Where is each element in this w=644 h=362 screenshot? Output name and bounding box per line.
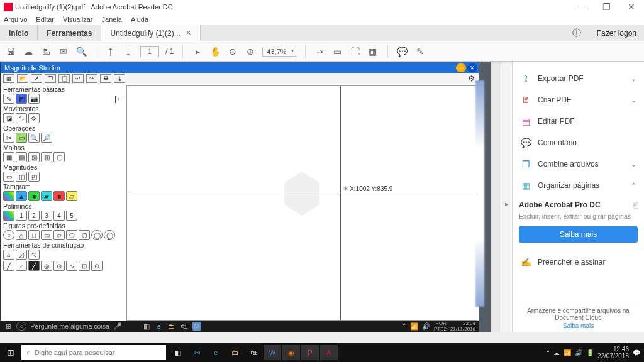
poly-5-icon[interactable]: 5 <box>66 211 77 221</box>
shape-ellipse-icon[interactable]: ◯ <box>91 230 103 240</box>
save-icon[interactable]: 🖫 <box>5 46 16 57</box>
page-down-icon[interactable]: ⭣ <box>123 46 134 57</box>
read-mode-icon[interactable]: ▦ <box>367 46 379 57</box>
print-icon[interactable]: 🖶 <box>100 74 111 83</box>
tool-color-icon[interactable]: ◩ <box>16 94 27 104</box>
tab-home[interactable]: Início <box>0 25 38 41</box>
minimize-button[interactable]: — <box>569 2 594 12</box>
tool-fill-sign[interactable]: ✍ Preencher e assinar <box>519 251 638 273</box>
fit-page-icon[interactable]: ▭ <box>332 46 343 57</box>
zoom-out-icon[interactable]: ⊖ <box>227 46 238 57</box>
cons6-icon[interactable]: ╱ <box>28 261 40 271</box>
zoom-in-icon[interactable]: ⊕ <box>245 46 256 57</box>
tam-yellow-icon[interactable]: ▱ <box>66 191 77 201</box>
cons3-icon[interactable]: ◹ <box>28 250 40 260</box>
undo-icon[interactable]: ↶ <box>72 74 84 83</box>
maximize-button[interactable]: ❐ <box>594 2 619 12</box>
tray-up-icon[interactable]: ˄ <box>547 349 550 356</box>
task-explorer-icon[interactable]: 🗀 <box>226 345 243 360</box>
vertical-scrollbar[interactable] <box>491 62 501 332</box>
poly-multi-icon[interactable] <box>3 211 14 221</box>
poly-3-icon[interactable]: 3 <box>41 211 52 221</box>
redo-icon[interactable]: ↷ <box>86 74 97 83</box>
mag3-icon[interactable]: ◰ <box>28 172 40 182</box>
mesh1-icon[interactable]: ▦ <box>3 152 14 162</box>
tool-organize[interactable]: ▦ Organizar páginas ⌃ <box>519 175 638 196</box>
mag2-icon[interactable]: ◫ <box>16 172 27 182</box>
shape-pentagon-icon[interactable]: ⬠ <box>66 230 77 240</box>
tray-volume-icon[interactable]: 🔊 <box>575 349 582 356</box>
tool-edit-pdf[interactable]: ▤ Editar PDF <box>519 111 638 132</box>
task-acrobat-icon[interactable]: A <box>320 345 338 360</box>
home-icon[interactable]: |← <box>111 94 124 103</box>
pointer-icon[interactable]: ▸ <box>192 46 203 57</box>
magnitude-close-icon[interactable]: ✕ <box>467 63 477 72</box>
mail-icon[interactable]: ✉ <box>58 46 69 57</box>
tool-move-icon[interactable]: ◪ <box>3 113 14 123</box>
tool-rotate-icon[interactable]: ⟳ <box>28 113 40 123</box>
magnitude-minimize-icon[interactable]: − <box>456 63 466 72</box>
shape-parallelogram-icon[interactable]: ▱ <box>53 230 65 240</box>
settings-icon[interactable]: ⚙ <box>466 74 476 83</box>
tam-multi-icon[interactable] <box>3 191 14 201</box>
cons5-icon[interactable]: ⟋ <box>16 261 27 271</box>
cloud-learn-link[interactable]: Saiba mais <box>519 322 638 329</box>
mag1-icon[interactable]: ▭ <box>3 172 14 182</box>
taskbar-search[interactable]: ○ Digite aqui para pesquisar <box>21 345 166 360</box>
cons4-icon[interactable]: ╱ <box>3 261 14 271</box>
tool-export-pdf[interactable]: ⇪ Exportar PDF ⌄ <box>519 68 638 89</box>
close-button[interactable]: ✕ <box>619 2 644 12</box>
sign-in-button[interactable]: Fazer logon <box>589 25 644 41</box>
notifications-icon[interactable]: 💬 <box>633 349 640 356</box>
grid-icon[interactable]: ▦ <box>3 74 14 83</box>
download-icon[interactable]: ⭳ <box>114 74 125 83</box>
mesh5-icon[interactable]: ▢ <box>53 152 65 162</box>
shape-rect-icon[interactable]: ▭ <box>41 230 52 240</box>
shape-circle-icon[interactable]: ○ <box>3 230 14 240</box>
cons11-icon[interactable]: ⊙ <box>91 261 103 271</box>
paste-icon[interactable]: 📋 <box>58 74 70 83</box>
print-icon[interactable]: 🖶 <box>40 46 52 57</box>
open-icon[interactable]: 📂 <box>17 74 28 83</box>
tab-tools[interactable]: Ferramentas <box>38 25 101 41</box>
menu-ajuda[interactable]: Ajuda <box>131 16 148 23</box>
tool-camera-icon[interactable]: 📷 <box>28 94 40 104</box>
tam-red-icon[interactable]: ■ <box>53 191 65 201</box>
shape-hexagon-icon[interactable]: ⬡ <box>79 230 90 240</box>
copy-icon[interactable]: ❐ <box>45 74 56 83</box>
menu-arquivo[interactable]: Arquivo <box>4 16 27 23</box>
system-tray[interactable]: ˄ ☁ 📶 🔊 🔋 12:46 22/07/2018 💬 <box>547 346 644 359</box>
task-store-icon[interactable]: 🛍 <box>245 345 262 360</box>
taskview-button[interactable]: ◧ <box>169 345 187 360</box>
menu-editar[interactable]: Editar <box>36 16 54 23</box>
task-firefox-icon[interactable]: ◉ <box>282 345 300 360</box>
poly-1-icon[interactable]: 1 <box>16 211 27 221</box>
help-button[interactable]: ⓘ <box>564 25 589 41</box>
poly-2-icon[interactable]: 2 <box>28 211 40 221</box>
cloud-icon[interactable]: ☁ <box>23 46 34 57</box>
cons1-icon[interactable]: ⌂ <box>3 250 14 260</box>
comment-icon[interactable]: 💬 <box>397 46 408 57</box>
page-up-icon[interactable]: ⭡ <box>105 46 116 57</box>
fit-width-icon[interactable]: ⇥ <box>314 46 326 57</box>
tab-close-icon[interactable]: ✕ <box>186 29 191 37</box>
tool-pencil-icon[interactable]: ✎ <box>3 94 14 104</box>
tab-document[interactable]: Untitledguilfy (1)(2)... ✕ <box>101 25 200 41</box>
hand-icon[interactable]: ✋ <box>209 46 221 57</box>
cons7-icon[interactable]: ◎ <box>41 261 52 271</box>
fullscreen-icon[interactable]: ⛶ <box>350 46 361 57</box>
search-icon[interactable]: 🔍 <box>75 46 87 57</box>
highlight-icon[interactable]: ✎ <box>414 46 426 57</box>
task-mail-icon[interactable]: ✉ <box>188 345 206 360</box>
tool-select-icon[interactable]: ▭ <box>16 133 27 143</box>
taskbar-clock[interactable]: 12:46 22/07/2018 <box>597 346 629 359</box>
shape-triangle-icon[interactable]: △ <box>16 230 27 240</box>
arrow-icon[interactable]: ↗ <box>31 74 42 83</box>
poly-4-icon[interactable]: 4 <box>53 211 65 221</box>
page-number-input[interactable]: 1 <box>140 46 159 57</box>
menu-janela[interactable]: Janela <box>102 16 122 23</box>
task-edge-icon[interactable]: e <box>207 345 225 360</box>
tray-battery-icon[interactable]: 🔋 <box>586 349 594 356</box>
learn-more-button[interactable]: Saiba mais <box>519 226 638 243</box>
mesh4-icon[interactable]: ▥ <box>41 152 52 162</box>
